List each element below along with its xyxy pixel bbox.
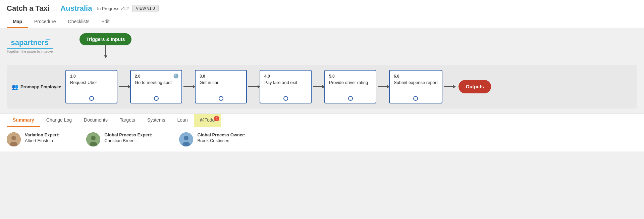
step-3-num: 3.0 <box>200 74 242 79</box>
swim-lane-text: Promapp Employee <box>20 84 61 89</box>
swim-lane-icon: 👥 <box>12 84 18 90</box>
global-process-expert-label: Global Process Expert: <box>104 132 152 137</box>
variation-expert-label: Variation Expert: <box>25 132 59 137</box>
step-6-title: Submit expense report <box>394 80 438 85</box>
step-6-num: 6.0 <box>394 74 438 79</box>
arrow-line-5-6 <box>378 86 388 87</box>
arrow-line-6-outputs <box>444 86 454 87</box>
logo-tagline: Together, the power to improve <box>7 50 53 53</box>
arrow-5-6 <box>376 86 389 87</box>
tab-todo[interactable]: @Todo 1 <box>194 114 221 127</box>
process-step-6[interactable]: 6.0 Submit expense report - <box>389 70 442 103</box>
tab-checklists[interactable]: Checklists <box>62 16 96 28</box>
arrow-4-5 <box>312 86 324 87</box>
process-step-1[interactable]: 1.0 Request Uber - <box>65 70 117 103</box>
nav-tabs: Map Procedure Checklists Edit <box>7 16 637 28</box>
map-logo-trigger-row: sa partners ̅ Together, the power to imp… <box>7 33 637 58</box>
global-process-expert-info: Global Process Expert: Christian Breen <box>104 132 152 143</box>
step-4-title: Pay fare and exit <box>264 80 307 85</box>
step-1-num: 1.0 <box>70 74 113 79</box>
app-title: Catch a Taxi <box>7 4 50 13</box>
step-2-dot[interactable]: - <box>154 96 159 101</box>
step-2-num: 2.0 <box>135 74 177 79</box>
tab-targets[interactable]: Targets <box>114 114 141 127</box>
arrow-1-2 <box>117 86 130 87</box>
global-process-owner-info: Global Process Owner: Brook Cristinsen <box>197 132 245 143</box>
arrow-line-1-2 <box>119 86 129 87</box>
title-country: Australia <box>60 4 92 13</box>
process-step-3[interactable]: 3.0 Get in car - <box>195 70 247 103</box>
header: Catch a Taxi :: Australia In Progress v1… <box>0 0 644 28</box>
global-process-expert-name: Christian Breen <box>104 138 152 143</box>
step-4-dot[interactable]: - <box>283 96 288 101</box>
step-1-dot[interactable]: - <box>89 96 94 101</box>
step-5-num: 5.0 <box>329 74 372 79</box>
map-area: sa partners ̅ Together, the power to imp… <box>0 28 644 114</box>
process-step-2[interactable]: 2.0 ⚙️ Go to meeting spot - <box>130 70 182 103</box>
header-title-row: Catch a Taxi :: Australia In Progress v1… <box>7 4 637 13</box>
swim-lane-label: 👥 Promapp Employee <box>12 84 65 90</box>
tab-summary[interactable]: Summary <box>7 114 40 127</box>
tab-edit[interactable]: Edit <box>95 16 115 28</box>
arrow-line-2-3 <box>183 86 194 87</box>
variation-expert-name: Albert Einstein <box>25 138 59 143</box>
step-3-dot[interactable]: - <box>219 96 223 101</box>
arrow-2-3 <box>182 86 195 87</box>
svg-point-4 <box>91 136 96 140</box>
step-2-settings-icon: ⚙️ <box>173 73 179 79</box>
arrow-line-3-4 <box>248 86 258 87</box>
global-process-expert-avatar <box>86 132 100 146</box>
step-5-dot[interactable]: - <box>348 96 353 101</box>
global-process-owner-label: Global Process Owner: <box>197 132 245 137</box>
triggers-inputs-button[interactable]: Triggers & Inputs <box>79 33 131 45</box>
tab-documents[interactable]: Documents <box>78 114 114 127</box>
step-1-title: Request Uber <box>70 80 113 85</box>
summary-section: Variation Expert: Albert Einstein Global… <box>0 127 644 151</box>
view-version-button[interactable]: VIEW v1.0 <box>132 5 159 12</box>
step-4-num: 4.0 <box>264 74 307 79</box>
global-process-owner-name: Brook Cristinsen <box>197 138 245 143</box>
logo-sa: sa <box>11 38 19 47</box>
swim-lane: 👥 Promapp Employee 1.0 Request Uber - 2.… <box>7 65 637 108</box>
global-process-owner-block: Global Process Owner: Brook Cristinsen <box>179 132 245 146</box>
arrow-3-4 <box>247 86 260 87</box>
step-2-title: Go to meeting spot <box>135 80 177 85</box>
process-step-5[interactable]: 5.0 Provide driver rating - <box>324 70 376 103</box>
variation-expert-info: Variation Expert: Albert Einstein <box>25 132 59 143</box>
arrow-line-4-5 <box>313 86 323 87</box>
logo-text: sa partners ̅ <box>11 38 49 47</box>
global-process-expert-block: Global Process Expert: Christian Breen <box>86 132 152 146</box>
bottom-tabs: Summary Change Log Documents Targets Sys… <box>7 114 637 127</box>
tab-map[interactable]: Map <box>7 16 28 28</box>
step-5-title: Provide driver rating <box>329 80 372 85</box>
trigger-area: Triggers & Inputs <box>79 33 131 58</box>
status-badge: In Progress v1.2 <box>97 6 129 11</box>
outputs-button[interactable]: Outputs <box>459 80 491 93</box>
tab-procedure[interactable]: Procedure <box>28 16 62 28</box>
bottom-tabs-bar: Summary Change Log Documents Targets Sys… <box>0 114 644 127</box>
trigger-arrow-line <box>105 45 106 55</box>
process-flow: 1.0 Request Uber - 2.0 ⚙️ Go to meeting … <box>65 70 632 103</box>
step-6-dot[interactable]: - <box>413 96 418 101</box>
variation-expert-block: Variation Expert: Albert Einstein <box>7 132 59 146</box>
tab-lean[interactable]: Lean <box>171 114 194 127</box>
svg-point-7 <box>184 136 189 140</box>
arrow-6-outputs <box>442 86 455 87</box>
logo-partners: partners <box>19 38 49 47</box>
trigger-arrow-head <box>104 55 107 58</box>
process-step-4[interactable]: 4.0 Pay fare and exit - <box>260 70 312 103</box>
title-separator: :: <box>53 4 57 13</box>
global-process-owner-avatar <box>179 132 193 146</box>
todo-badge: 1 <box>214 116 219 121</box>
tab-changelog[interactable]: Change Log <box>40 114 78 127</box>
step-3-title: Get in car <box>200 80 242 85</box>
tab-systems[interactable]: Systems <box>141 114 171 127</box>
trigger-down-arrow <box>104 45 107 58</box>
logo: sa partners ̅ Together, the power to imp… <box>7 38 53 53</box>
variation-expert-avatar <box>7 132 21 146</box>
svg-point-1 <box>11 136 16 140</box>
logo-underline <box>7 48 53 49</box>
